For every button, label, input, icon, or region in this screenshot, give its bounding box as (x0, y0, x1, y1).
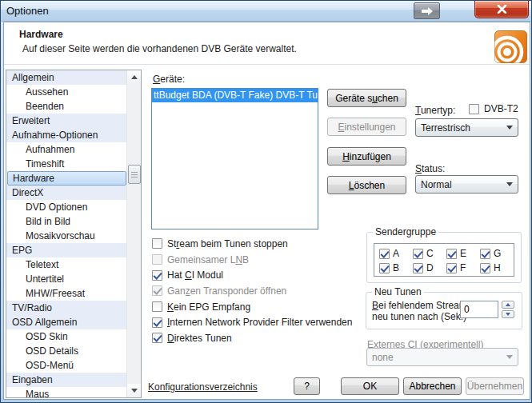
device-listbox[interactable]: ttBudget BDA (DVB-T Fake) DVB-T Tuner (151, 88, 318, 229)
checkbox (152, 270, 162, 281)
sidebar-item[interactable]: Aufnahme-Optionen (6, 128, 127, 142)
sidebar-item-label: Bild in Bild (26, 216, 70, 227)
sidebar-item[interactable]: Allgemein (6, 70, 127, 85)
sidebar-item[interactable]: DVD Optionen (6, 200, 127, 214)
device-options: Stream beim Tunen stoppen Gemeinsamer LN… (152, 236, 384, 346)
sender-group-checkbox[interactable]: B (379, 261, 413, 275)
sidebar-item-label: TV/Radio (12, 302, 52, 313)
sidebar-item[interactable]: EPG (6, 243, 127, 257)
sendergruppe-groupbox: Sendergruppe A B C D (366, 232, 522, 283)
sidebar-item[interactable]: OSD Skin (6, 329, 127, 344)
spin-up-button[interactable] (502, 301, 514, 309)
sidebar-item[interactable]: OSD-Menü (6, 358, 127, 373)
option-checkbox[interactable]: Stream beim Tunen stoppen (152, 236, 384, 252)
device-name: ttBudget BDA (DVB-T Fake) DVB-T Tuner (154, 90, 318, 101)
tunertype-select[interactable]: Terrestrisch (415, 118, 518, 137)
checkbox (152, 285, 162, 296)
option-checkbox[interactable]: Gemeinsamer LNB (152, 252, 384, 268)
option-label: Kein EPG Empfang (167, 301, 250, 313)
sender-group-checkbox[interactable]: A (379, 246, 413, 261)
option-label: Internen Network Provider Filter verwend… (167, 317, 352, 328)
titlebar[interactable]: Optionen (1, 1, 531, 22)
sidebar-item[interactable]: DirectX (6, 186, 127, 200)
sidebar-item-label: Untertitel (26, 273, 64, 285)
sidebar-item[interactable]: Hardware (7, 171, 126, 186)
sidebar-item-label: OSD Details (26, 345, 78, 357)
sidebar-item-label: OSD Skin (26, 331, 68, 342)
sidebar-item[interactable]: OSD Allgemein (6, 315, 127, 329)
grip-icon (131, 172, 138, 178)
sidebar-item-label: Aufnahmen (26, 144, 74, 155)
options-dialog: Optionen Hardware Auf dieser Seite werde… (0, 0, 532, 403)
checkbox (152, 238, 162, 249)
device-action-button[interactable]: Hinzufügen (327, 147, 406, 166)
sidebar-item[interactable]: Eingaben (6, 373, 127, 387)
dialog-client-area: Hardware Auf dieser Seite werden die vor… (3, 22, 530, 400)
cancel-button[interactable]: Abbrechen (403, 377, 462, 395)
sender-group-label: D (426, 262, 434, 273)
spin-down-button[interactable] (502, 310, 514, 318)
checkbox (469, 104, 479, 114)
chevron-down-icon (506, 126, 513, 130)
sidebar-item[interactable]: Mosaikvorschau (6, 229, 127, 243)
sidebar-item[interactable]: Aussehen (6, 85, 127, 99)
sidebar-item-label: Timeshift (26, 158, 64, 170)
sender-group-checkbox[interactable]: D (413, 261, 446, 275)
ok-button[interactable]: OK (341, 377, 399, 395)
option-label: Direktes Tunen (167, 333, 232, 344)
page-title: Hardware (19, 29, 63, 40)
retune-seconds-input[interactable] (460, 301, 498, 318)
tunertype-label: Tunertyp: (415, 105, 455, 116)
external-ci-select[interactable]: none (366, 348, 518, 366)
sidebar-item-label: MHW/Freesat (26, 288, 85, 299)
close-button[interactable] (474, 1, 529, 18)
option-checkbox[interactable]: Ganzen Transponder öffnen (152, 283, 384, 299)
page-subtitle: Auf dieser Seite werden die vorhandenen … (22, 43, 297, 54)
option-checkbox[interactable]: Kein EPG Empfang (152, 299, 384, 315)
device-action-button[interactable]: Geräte suchen (327, 89, 406, 107)
option-label: Gemeinsamer LNB (167, 254, 249, 265)
sidebar-item-label: OSD-Menü (26, 360, 74, 371)
scrollbar-thumb[interactable] (128, 165, 141, 184)
sidebar-item[interactable]: Maus (6, 387, 127, 398)
status-select[interactable]: Normal (415, 175, 518, 194)
sidebar-item[interactable]: OSD Details (6, 344, 127, 358)
sender-group-checkbox[interactable]: F (446, 261, 480, 275)
sidebar-item-label: EPG (12, 245, 32, 256)
next-page-button[interactable] (414, 2, 440, 19)
sidebar-item[interactable]: Aufnahmen (6, 142, 127, 157)
option-checkbox[interactable]: Hat CI Modul (152, 267, 384, 283)
dvbviewer-logo (494, 30, 528, 64)
sidebar-item[interactable]: Bild in Bild (6, 214, 127, 229)
sidebar-item-label: Hardware (13, 173, 54, 184)
options-category-list[interactable]: Allgemein Aussehen Beenden Erweitert Auf… (6, 70, 142, 398)
sender-group-checkbox[interactable]: G (480, 246, 514, 261)
sidebar-item[interactable]: Erweitert (6, 114, 127, 128)
scroll-down-button[interactable] (127, 384, 141, 397)
sendergruppe-title: Sendergruppe (373, 226, 438, 237)
checkbox (152, 254, 162, 265)
sender-group-checkbox[interactable]: C (413, 246, 446, 261)
sender-group-label: H (494, 262, 501, 273)
checkbox (480, 263, 490, 273)
sidebar-item[interactable]: Untertitel (6, 272, 127, 286)
sidebar-item[interactable]: Teletext (6, 257, 127, 272)
apply-button[interactable]: Übernehmen (466, 377, 524, 395)
sidebar-item[interactable]: Beenden (6, 99, 127, 114)
device-action-button[interactable]: Löschen (327, 176, 406, 194)
sidebar-item[interactable]: MHW/Freesat (6, 286, 127, 301)
scroll-up-button[interactable] (127, 70, 141, 84)
checkbox (152, 333, 162, 343)
sidebar-item[interactable]: TV/Radio (6, 301, 127, 315)
help-button[interactable]: ? (294, 377, 320, 395)
sender-group-checkbox[interactable]: E (446, 246, 480, 261)
sender-group-checkbox[interactable]: H (480, 261, 514, 275)
sidebar-item[interactable]: Timeshift (6, 157, 127, 171)
dvbt2-checkbox[interactable]: DVB-T2 (469, 103, 518, 114)
config-directory-link[interactable]: Konfigurationsverzeichnis (148, 381, 258, 393)
sidebar-scrollbar[interactable] (126, 70, 141, 397)
device-list-item[interactable]: ttBudget BDA (DVB-T Fake) DVB-T Tuner (152, 89, 318, 102)
device-action-button[interactable]: Einstellungen (327, 118, 406, 136)
option-checkbox[interactable]: Direktes Tunen (152, 330, 384, 346)
option-checkbox[interactable]: Internen Network Provider Filter verwend… (152, 314, 384, 330)
